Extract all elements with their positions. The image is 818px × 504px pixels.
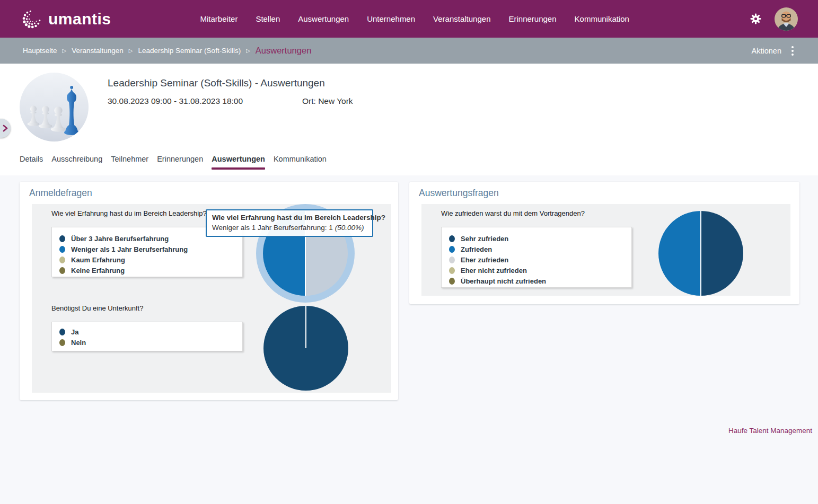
legend-bullet-icon bbox=[449, 246, 455, 253]
legend-item[interactable]: Ja bbox=[59, 326, 242, 337]
menu-item-kommunikation[interactable]: Kommunikation bbox=[575, 14, 629, 23]
question-label: Wie zufrieden warst du mit dem Vortragen… bbox=[441, 209, 585, 217]
legend-label: Eher zufrieden bbox=[461, 256, 508, 264]
settings-button[interactable] bbox=[750, 13, 762, 25]
chess-pieces-image bbox=[20, 73, 89, 142]
tab-erinnerungen[interactable]: Erinnerungen bbox=[157, 155, 203, 170]
tooltip-percent: (50.00%) bbox=[335, 224, 364, 232]
legend-bullet-icon bbox=[449, 257, 455, 263]
card-auswertungsfragen: Auswertungsfragen Wie zufrieden warst du… bbox=[409, 182, 799, 304]
topbar-right bbox=[750, 7, 818, 31]
breadcrumb-separator-icon: ▷ bbox=[246, 48, 250, 54]
legend-bullet-icon bbox=[449, 278, 455, 285]
top-nav-bar: umantis Mitarbeiter Stellen Auswertungen… bbox=[0, 0, 818, 38]
chart-tooltip: Wie viel Erfahrung hast du im Bereich Le… bbox=[206, 209, 373, 237]
pie-slice-divider bbox=[305, 306, 306, 348]
app-root: umantis Mitarbeiter Stellen Auswertungen… bbox=[0, 0, 818, 504]
legend-label: Sehr zufrieden bbox=[461, 235, 508, 243]
legend-bullet-icon bbox=[59, 246, 65, 253]
legend-label: Weniger als 1 Jahr Berufserfahrung bbox=[71, 245, 188, 253]
tooltip-title: Wie viel Erfahrung hast du im Bereich Le… bbox=[212, 213, 367, 223]
tab-ausschreibung[interactable]: Ausschreibung bbox=[51, 155, 102, 170]
card-anmeldefragen: Anmeldefragen Wie viel Erfahrung hast du… bbox=[20, 182, 398, 400]
legend-label: Nein bbox=[71, 339, 86, 347]
footer-brand-link[interactable]: Haufe Talent Management bbox=[728, 427, 812, 435]
legend-bullet-icon bbox=[59, 257, 65, 263]
event-image bbox=[20, 73, 89, 142]
tab-auswertungen[interactable]: Auswertungen bbox=[212, 155, 265, 170]
tab-teilnehmer[interactable]: Teilnehmer bbox=[111, 155, 148, 170]
user-avatar[interactable] bbox=[775, 7, 798, 31]
legend-item[interactable]: Sehr zufrieden bbox=[449, 233, 631, 244]
legend-item[interactable]: Keine Erfahrung bbox=[59, 265, 242, 276]
legend-bullet-icon bbox=[449, 267, 455, 274]
breadcrumb-seminar[interactable]: Leadership Seminar (Soft-Skills) bbox=[138, 47, 241, 55]
breadcrumb-separator-icon: ▷ bbox=[63, 48, 67, 54]
legend-label: Über 3 Jahre Berufserfahrung bbox=[71, 235, 169, 243]
gear-icon bbox=[750, 13, 762, 25]
card-title: Auswertungsfragen bbox=[419, 188, 499, 199]
legend-label: Ja bbox=[71, 328, 78, 336]
main-menu: Mitarbeiter Stellen Auswertungen Unterne… bbox=[200, 14, 629, 23]
umantis-logo-icon bbox=[20, 7, 43, 31]
legend-item[interactable]: Eher nicht zufrieden bbox=[449, 265, 631, 276]
user-avatar-photo bbox=[775, 7, 798, 31]
pie-slice-divider bbox=[700, 211, 701, 296]
legend-label: Kaum Erfahrung bbox=[71, 256, 125, 264]
menu-item-unternehmen[interactable]: Unternehmen bbox=[367, 14, 415, 23]
legend-box: Ja Nein bbox=[51, 322, 243, 351]
event-datetime: 30.08.2023 09:00 - 31.08.2023 18:00 bbox=[108, 96, 243, 106]
chevron-right-icon bbox=[2, 125, 8, 132]
legend-label: Eher nicht zufrieden bbox=[461, 267, 527, 275]
breadcrumb-separator-icon: ▷ bbox=[129, 48, 133, 54]
menu-item-mitarbeiter[interactable]: Mitarbeiter bbox=[200, 14, 238, 23]
tab-kommunikation[interactable]: Kommunikation bbox=[274, 155, 327, 170]
menu-item-auswertungen[interactable]: Auswertungen bbox=[298, 14, 349, 23]
legend-item[interactable]: Weniger als 1 Jahr Berufserfahrung bbox=[59, 244, 242, 254]
legend-item[interactable]: Nein bbox=[59, 337, 242, 348]
tab-bar: Details Ausschreibung Teilnehmer Erinner… bbox=[20, 155, 327, 170]
legend-item[interactable]: Zufrieden bbox=[449, 244, 631, 254]
brand-name: umantis bbox=[48, 11, 111, 27]
question-label: Wie viel Erfahrung hast du im Bereich Le… bbox=[51, 209, 207, 217]
menu-item-veranstaltungen[interactable]: Veranstaltungen bbox=[433, 14, 490, 23]
legend-bullet-icon bbox=[59, 235, 65, 242]
legend-bullet-icon bbox=[449, 235, 455, 242]
event-header: Leadership Seminar (Soft-Skills) - Auswe… bbox=[0, 64, 818, 175]
legend-box: Sehr zufrieden Zufrieden Eher zufrieden … bbox=[441, 227, 632, 288]
breadcrumb-current-page: Auswertungen bbox=[256, 46, 312, 56]
legend-bullet-icon bbox=[59, 329, 65, 335]
card-title: Anmeldefragen bbox=[29, 188, 92, 199]
question-label: Benötigst Du eine Unterkunft? bbox=[51, 304, 143, 312]
kebab-menu-icon[interactable] bbox=[790, 45, 795, 57]
tooltip-value: Weniger als 1 Jahr Berufserfahrung: 1 bbox=[212, 224, 333, 232]
event-location: Ort: New York bbox=[302, 96, 353, 106]
breadcrumb-hauptseite[interactable]: Hauptseite bbox=[23, 47, 57, 55]
legend-item[interactable]: Kaum Erfahrung bbox=[59, 254, 242, 265]
aktionen-button[interactable]: Aktionen bbox=[752, 47, 781, 55]
menu-item-stellen[interactable]: Stellen bbox=[256, 14, 280, 23]
legend-label: Zufrieden bbox=[461, 245, 492, 253]
legend-item[interactable]: Eher zufrieden bbox=[449, 254, 631, 265]
legend-bullet-icon bbox=[59, 267, 65, 274]
page-title: Leadership Seminar (Soft-Skills) - Auswe… bbox=[108, 77, 325, 89]
legend-label: Überhaupt nicht zufrieden bbox=[461, 277, 546, 285]
legend-label: Keine Erfahrung bbox=[71, 267, 125, 275]
breadcrumb-actions: Aktionen bbox=[752, 45, 795, 57]
umantis-logo[interactable]: umantis bbox=[20, 7, 111, 31]
anmeldefragen-panel: Wie viel Erfahrung hast du im Bereich Le… bbox=[32, 204, 391, 393]
breadcrumb-veranstaltungen[interactable]: Veranstaltungen bbox=[72, 47, 124, 55]
legend-bullet-icon bbox=[59, 339, 65, 346]
breadcrumb-bar: Hauptseite ▷ Veranstaltungen ▷ Leadershi… bbox=[0, 38, 818, 64]
menu-item-erinnerungen[interactable]: Erinnerungen bbox=[508, 14, 556, 23]
legend-item[interactable]: Überhaupt nicht zufrieden bbox=[449, 276, 631, 286]
auswertungsfragen-panel: Wie zufrieden warst du mit dem Vortragen… bbox=[421, 204, 790, 296]
tab-details[interactable]: Details bbox=[20, 155, 43, 170]
